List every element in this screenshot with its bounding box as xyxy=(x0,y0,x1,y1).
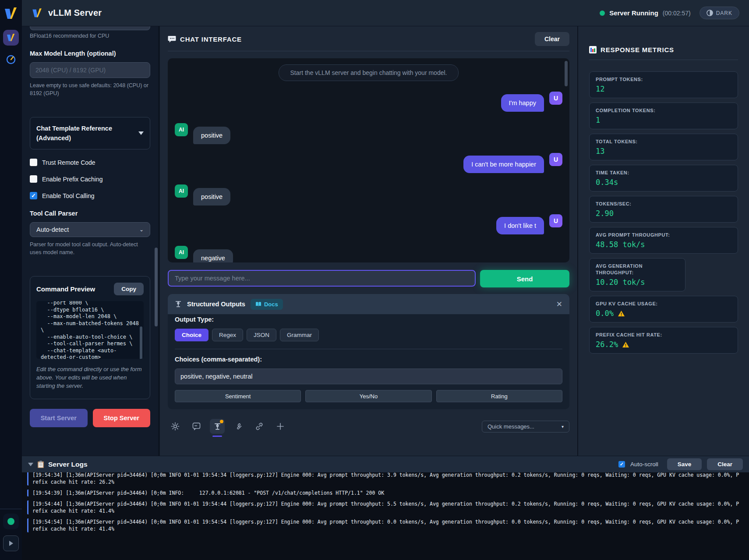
output-type-regex[interactable]: Regex xyxy=(212,329,243,341)
log-line: [19:54:44] [1;36m(APIServer pid=34464) [… xyxy=(27,500,742,514)
ai-avatar: AI xyxy=(175,246,188,259)
expand-panel-button[interactable] xyxy=(3,535,19,551)
metric-total-tokens: TOTAL TOKENS: 13 xyxy=(589,134,738,160)
divider xyxy=(175,349,562,349)
settings-button[interactable] xyxy=(168,419,183,434)
clear-chat-button[interactable]: Clear xyxy=(535,32,569,46)
system-prompt-button[interactable] xyxy=(189,419,204,434)
chat-notice: Start the vLLM server and begin chatting… xyxy=(279,64,459,81)
plus-icon xyxy=(276,422,284,430)
user-avatar: U xyxy=(549,92,562,105)
preset-yesno-button[interactable]: Yes/No xyxy=(305,390,431,402)
autoscroll-checkbox[interactable]: ✓ xyxy=(618,461,625,468)
metric-gpu-kv-cache: GPU KV CACHE USAGE: 0.0% xyxy=(589,296,738,323)
metric-label: TOTAL TOKENS: xyxy=(596,138,731,145)
preset-rating-button[interactable]: Rating xyxy=(436,390,562,402)
server-status-dot-button[interactable] xyxy=(3,514,19,529)
choices-input[interactable] xyxy=(175,369,562,384)
response-metrics-panel: RESPONSE METRICS PROMPT TOKENS: 12 COMPL… xyxy=(578,26,749,456)
app-header: vLLM Server Server Running (00:02:57) DA… xyxy=(22,0,749,26)
stop-server-button[interactable]: Stop Server xyxy=(93,409,151,427)
command-preview-title: Command Preview xyxy=(36,285,95,293)
trust-remote-code-checkbox[interactable]: Trust Remote Code xyxy=(30,159,150,166)
preset-sentiment-button[interactable]: Sentiment xyxy=(175,390,301,402)
tool-call-parser-label: Tool Call Parser xyxy=(30,210,150,217)
tools-button[interactable] xyxy=(231,419,246,434)
start-server-button[interactable]: Start Server xyxy=(30,409,88,427)
copy-command-button[interactable]: Copy xyxy=(114,283,144,295)
dtype-select-clipped[interactable] xyxy=(30,26,150,30)
code-scrollbar-thumb[interactable] xyxy=(140,326,142,359)
command-edit-help: Edit the command directly or use the for… xyxy=(36,365,144,390)
output-type-json[interactable]: JSON xyxy=(247,329,276,341)
server-uptime: (00:02:57) xyxy=(663,10,691,17)
clear-logs-button[interactable]: Clear xyxy=(707,458,743,470)
metric-value: 13 xyxy=(596,147,731,156)
vllm-header-logo-icon xyxy=(32,8,43,18)
quick-messages-select[interactable]: Quick messages... ▾ xyxy=(482,421,569,432)
server-logs-title: Server Logs xyxy=(48,461,88,468)
chevron-down-icon xyxy=(138,131,144,135)
collapse-logs-icon[interactable] xyxy=(28,463,33,466)
chat-message-ai: AI positive xyxy=(175,123,562,144)
link-button[interactable] xyxy=(252,419,267,434)
chat-scrollbar-thumb[interactable] xyxy=(565,61,568,86)
comment-icon xyxy=(192,422,201,430)
max-model-length-input[interactable] xyxy=(30,62,150,78)
save-logs-button[interactable]: Save xyxy=(667,458,702,470)
divider xyxy=(168,51,569,51)
clipboard-icon xyxy=(37,461,44,468)
checkbox-unchecked-icon xyxy=(30,159,37,166)
left-rail xyxy=(0,0,22,560)
ai-message-bubble: negative xyxy=(193,249,233,262)
metric-value: 48.58 tok/s xyxy=(596,240,731,249)
send-button[interactable]: Send xyxy=(480,270,569,287)
metric-value: 10.20 tok/s xyxy=(596,278,679,287)
sidebar-item-dashboard[interactable] xyxy=(3,52,19,67)
sidebar-item-server[interactable] xyxy=(3,30,19,46)
half-moon-icon xyxy=(707,10,713,16)
logs-output[interactable]: [19:54:34] [1;36m(APIServer pid=34464) [… xyxy=(22,472,749,560)
output-type-label: Output Type: xyxy=(175,316,562,323)
add-button[interactable] xyxy=(273,419,288,434)
log-line: [19:54:39] [1;36m(APIServer pid=34464) [… xyxy=(27,489,742,496)
close-icon[interactable]: ✕ xyxy=(556,300,562,309)
chat-message-input[interactable] xyxy=(168,270,476,287)
metric-label: TIME TAKEN: xyxy=(596,170,731,176)
metric-time-taken: TIME TAKEN: 0.34s xyxy=(589,165,738,191)
chat-message-user: I don't like t U xyxy=(175,217,562,234)
metric-value: 26.2% xyxy=(596,340,618,349)
structured-outputs-tab-button[interactable] xyxy=(210,419,225,434)
ai-message-bubble: positive xyxy=(193,127,230,144)
user-avatar: U xyxy=(549,153,562,166)
chat-messages-container[interactable]: Start the vLLM server and begin chatting… xyxy=(168,58,569,262)
enable-tool-calling-checkbox[interactable]: ✓ Enable Tool Calling xyxy=(30,192,150,199)
command-code-block[interactable]: --port 8000 \ --dtype bfloat16 \ --max-m… xyxy=(36,301,144,359)
notification-dot xyxy=(220,420,223,423)
response-metrics-title: RESPONSE METRICS xyxy=(601,46,674,53)
chat-template-reference-toggle[interactable]: Chat Template Reference (Advanced) xyxy=(30,117,150,149)
command-code-text: --port 8000 \ --dtype bfloat16 \ --max-m… xyxy=(36,301,144,359)
theme-label: DARK xyxy=(716,10,732,16)
server-status-text: Server Running xyxy=(609,9,658,17)
max-model-length-help: Leave empty to use safe defaults: 2048 (… xyxy=(30,82,150,97)
log-line: [19:54:54] [1;36m(APIServer pid=34464) [… xyxy=(27,518,742,532)
theme-toggle-button[interactable]: DARK xyxy=(700,7,739,19)
output-type-choice[interactable]: Choice xyxy=(175,329,208,341)
checkbox-unchecked-icon xyxy=(30,175,37,183)
chat-template-reference-label: Chat Template Reference (Advanced) xyxy=(36,124,137,143)
choices-label: Choices (comma-separated): xyxy=(175,356,562,363)
docs-button[interactable]: Docs xyxy=(251,299,283,310)
tool-call-parser-select[interactable]: Auto-detect ⌄ xyxy=(30,222,150,237)
dtype-note: BFloat16 recommended for CPU xyxy=(30,33,150,39)
command-preview-card: Command Preview Copy --port 8000 \ --dty… xyxy=(30,276,150,399)
output-type-grammar[interactable]: Grammar xyxy=(280,329,319,341)
enable-prefix-caching-checkbox[interactable]: Enable Prefix Caching xyxy=(30,175,150,183)
log-line: [19:54:34] [1;36m(APIServer pid=34464) [… xyxy=(27,472,742,486)
left-panel-scrollbar-thumb[interactable] xyxy=(155,248,158,326)
ai-avatar: AI xyxy=(175,184,188,198)
metric-value: 0.0% xyxy=(596,309,614,318)
book-icon xyxy=(255,301,261,307)
metric-value: 12 xyxy=(596,85,731,93)
metric-label: PREFIX CACHE HIT RATE: xyxy=(596,332,731,338)
